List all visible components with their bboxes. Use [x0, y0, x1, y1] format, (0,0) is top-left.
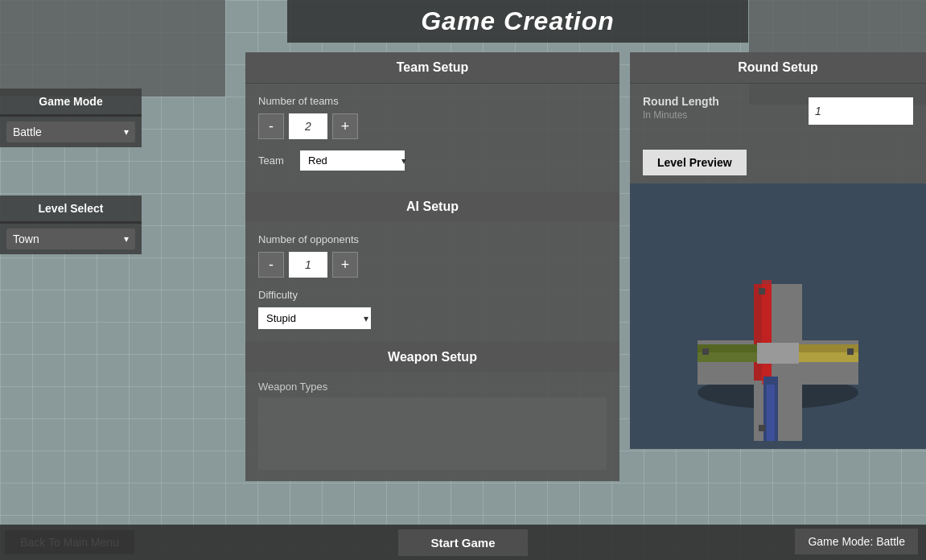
- team-label: Team: [258, 154, 290, 167]
- round-length-label: Round Length: [643, 95, 719, 108]
- num-opponents-minus-button[interactable]: -: [258, 252, 284, 278]
- round-length-row: Round Length In Minutes: [643, 95, 913, 127]
- spacer-1: [0, 147, 142, 196]
- svg-rect-14: [847, 348, 854, 355]
- start-game-button[interactable]: Start Game: [398, 529, 527, 556]
- level-select-wrapper: Town Desert Forest Arena ▾: [6, 229, 135, 249]
- num-opponents-input[interactable]: [289, 252, 327, 278]
- num-teams-label: Number of teams: [258, 95, 607, 107]
- team-setup-body: Number of teams - + Team Red Blue Green …: [245, 84, 619, 190]
- game-mode-select-row: Battle Deathmatch Capture the Flag ▾: [0, 117, 142, 147]
- round-setup-header: Round Setup: [630, 52, 926, 84]
- center-panel: Team Setup Number of teams - + Team Red …: [245, 52, 619, 481]
- svg-rect-16: [759, 425, 765, 431]
- game-mode-select-wrapper: Battle Deathmatch Capture the Flag ▾: [6, 121, 135, 142]
- difficulty-select-wrapper: Stupid Easy Medium Hard ▾: [258, 307, 375, 329]
- team-row: Team Red Blue Green Yellow ▾: [258, 150, 607, 171]
- weapon-types-label: Weapon Types: [245, 373, 619, 397]
- level-map-svg: [630, 183, 926, 449]
- level-select[interactable]: Town Desert Forest Arena: [6, 229, 135, 249]
- difficulty-select[interactable]: Stupid Easy Medium Hard: [258, 307, 371, 329]
- round-length-sublabel: In Minutes: [643, 109, 719, 121]
- team-color-select[interactable]: Red Blue Green Yellow: [300, 150, 405, 171]
- weapon-list-area: [258, 397, 607, 470]
- corner-decoration-tl: [0, 0, 225, 97]
- round-length-input[interactable]: [809, 97, 913, 125]
- right-panel: Round Setup Round Length In Minutes Leve…: [630, 52, 926, 449]
- page-title: Game Creation: [421, 6, 615, 36]
- num-opponents-row: - +: [258, 252, 607, 278]
- ai-setup-body: Number of opponents - + Difficulty Stupi…: [245, 222, 619, 340]
- level-preview-area: [630, 183, 926, 449]
- level-select-row: Town Desert Forest Arena ▾: [0, 224, 142, 254]
- ai-setup-header: AI Setup: [245, 191, 619, 222]
- num-teams-minus-button[interactable]: -: [258, 113, 284, 139]
- svg-rect-5: [762, 280, 772, 385]
- difficulty-label: Difficulty: [258, 289, 607, 301]
- bottom-bar: Start Game Game Mode: Battle: [0, 525, 926, 560]
- svg-rect-12: [757, 343, 799, 364]
- num-teams-row: - +: [258, 113, 607, 139]
- game-mode-indicator: Game Mode: Battle: [795, 529, 918, 554]
- num-opponents-label: Number of opponents: [258, 233, 607, 245]
- num-teams-input[interactable]: [289, 113, 327, 139]
- weapon-setup-header: Weapon Setup: [245, 342, 619, 373]
- svg-rect-13: [702, 348, 709, 355]
- level-preview-button[interactable]: Level Preview: [643, 150, 747, 175]
- game-mode-select[interactable]: Battle Deathmatch Capture the Flag: [6, 121, 135, 142]
- game-mode-label: Game Mode: [0, 89, 142, 114]
- team-setup-header: Team Setup: [245, 52, 619, 84]
- svg-rect-15: [759, 288, 765, 294]
- team-select-wrapper: Red Blue Green Yellow ▾: [300, 150, 413, 171]
- num-teams-plus-button[interactable]: +: [332, 113, 358, 139]
- round-setup-body: Round Length In Minutes: [630, 84, 926, 142]
- title-bar: Game Creation: [287, 0, 748, 43]
- num-opponents-plus-button[interactable]: +: [332, 252, 358, 278]
- svg-rect-7: [767, 385, 775, 441]
- level-select-label: Level Select: [0, 196, 142, 221]
- left-panel: Game Mode Battle Deathmatch Capture the …: [0, 89, 142, 254]
